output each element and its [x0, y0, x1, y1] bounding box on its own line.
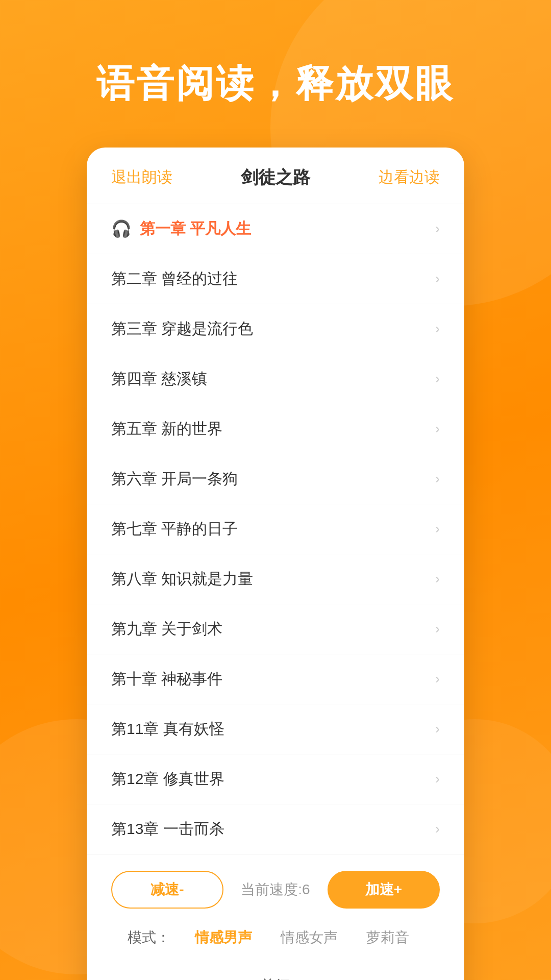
chapter-text: 第13章 一击而杀	[111, 819, 224, 840]
controls-area: 减速- 当前速度:6 加速+ 模式： 情感男声 情感女声 萝莉音 关闭	[87, 854, 464, 980]
chevron-right-icon: ›	[435, 821, 440, 837]
chapter-text: 第11章 真有妖怪	[111, 719, 224, 740]
card-header: 退出朗读 剑徒之路 边看边读	[87, 148, 464, 204]
speed-up-button[interactable]: 加速+	[328, 871, 440, 909]
chapter-item[interactable]: 第六章 开局一条狗›	[87, 454, 464, 504]
headphone-icon: 🎧	[111, 219, 132, 238]
chapter-item-left: 第十章 神秘事件	[111, 669, 222, 690]
chevron-right-icon: ›	[435, 421, 440, 437]
current-speed-label: 当前速度:6	[241, 880, 310, 899]
chapter-item-left: 第三章 穿越是流行色	[111, 318, 253, 339]
chapter-item-left: 第13章 一击而杀	[111, 819, 224, 840]
chapter-list: 🎧第一章 平凡人生›第二章 曾经的过往›第三章 穿越是流行色›第四章 慈溪镇›第…	[87, 204, 464, 854]
chapter-text: 第五章 新的世界	[111, 419, 222, 439]
chapter-text: 第九章 关于剑术	[111, 619, 222, 640]
chapter-item-left: 第五章 新的世界	[111, 419, 222, 439]
chapter-item-left: 第九章 关于剑术	[111, 619, 222, 640]
chapter-item-left: 第六章 开局一条狗	[111, 469, 238, 489]
chapter-item[interactable]: 第二章 曾经的过往›	[87, 254, 464, 304]
chapter-item[interactable]: 第七章 平静的日子›	[87, 504, 464, 554]
chapter-item-left: 第七章 平静的日子	[111, 519, 238, 540]
chevron-right-icon: ›	[435, 371, 440, 387]
chapter-text: 第七章 平静的日子	[111, 519, 238, 540]
chapter-item-left: 🎧第一章 平凡人生	[111, 218, 251, 239]
chapter-text: 第一章 平凡人生	[140, 218, 251, 239]
mode-prefix-label: 模式：	[128, 928, 170, 947]
mode-row: 模式： 情感男声 情感女声 萝莉音	[111, 924, 440, 951]
chevron-right-icon: ›	[435, 771, 440, 787]
speed-row: 减速- 当前速度:6 加速+	[111, 871, 440, 909]
read-while-listen-button[interactable]: 边看边读	[379, 167, 440, 188]
chapter-text: 第四章 慈溪镇	[111, 369, 207, 389]
chapter-item[interactable]: 第八章 知识就是力量›	[87, 554, 464, 604]
reader-card: 退出朗读 剑徒之路 边看边读 🎧第一章 平凡人生›第二章 曾经的过往›第三章 穿…	[87, 148, 464, 980]
chapter-text: 第六章 开局一条狗	[111, 469, 238, 489]
chapter-text: 第12章 修真世界	[111, 769, 224, 790]
page-headline: 语音阅读，释放双眼	[96, 61, 455, 107]
chevron-right-icon: ›	[435, 321, 440, 337]
chevron-right-icon: ›	[435, 721, 440, 737]
exit-reading-button[interactable]: 退出朗读	[111, 167, 172, 188]
chapter-item[interactable]: 第三章 穿越是流行色›	[87, 304, 464, 354]
chapter-item-left: 第八章 知识就是力量	[111, 569, 253, 590]
chapter-item[interactable]: 第11章 真有妖怪›	[87, 704, 464, 754]
chapter-item[interactable]: 第12章 修真世界›	[87, 754, 464, 804]
chevron-right-icon: ›	[435, 571, 440, 587]
chapter-text: 第二章 曾经的过往	[111, 268, 238, 289]
chevron-right-icon: ›	[435, 220, 440, 237]
mode-male-voice[interactable]: 情感男声	[181, 924, 266, 951]
chevron-right-icon: ›	[435, 471, 440, 487]
chapter-text: 第八章 知识就是力量	[111, 569, 253, 590]
chapter-item[interactable]: 第九章 关于剑术›	[87, 604, 464, 654]
chapter-item-left: 第12章 修真世界	[111, 769, 224, 790]
mode-female-voice[interactable]: 情感女声	[266, 924, 352, 951]
chapter-item[interactable]: 第十章 神秘事件›	[87, 654, 464, 704]
chapter-item[interactable]: 第四章 慈溪镇›	[87, 354, 464, 404]
chapter-item-left: 第四章 慈溪镇	[111, 369, 207, 389]
book-title: 剑徒之路	[241, 166, 310, 189]
slow-down-button[interactable]: 减速-	[111, 871, 223, 909]
chevron-right-icon: ›	[435, 521, 440, 537]
chapter-item[interactable]: 第13章 一击而杀›	[87, 804, 464, 854]
chapter-text: 第十章 神秘事件	[111, 669, 222, 690]
chapter-item-left: 第11章 真有妖怪	[111, 719, 224, 740]
chapter-item[interactable]: 🎧第一章 平凡人生›	[87, 204, 464, 254]
chevron-right-icon: ›	[435, 671, 440, 687]
chapter-item-left: 第二章 曾经的过往	[111, 268, 238, 289]
close-button[interactable]: 关闭	[260, 976, 291, 980]
chapter-text: 第三章 穿越是流行色	[111, 318, 253, 339]
chevron-right-icon: ›	[435, 621, 440, 637]
mode-loli-voice[interactable]: 萝莉音	[352, 924, 423, 951]
chapter-item[interactable]: 第五章 新的世界›	[87, 404, 464, 454]
chevron-right-icon: ›	[435, 271, 440, 287]
close-row: 关闭	[111, 966, 440, 980]
